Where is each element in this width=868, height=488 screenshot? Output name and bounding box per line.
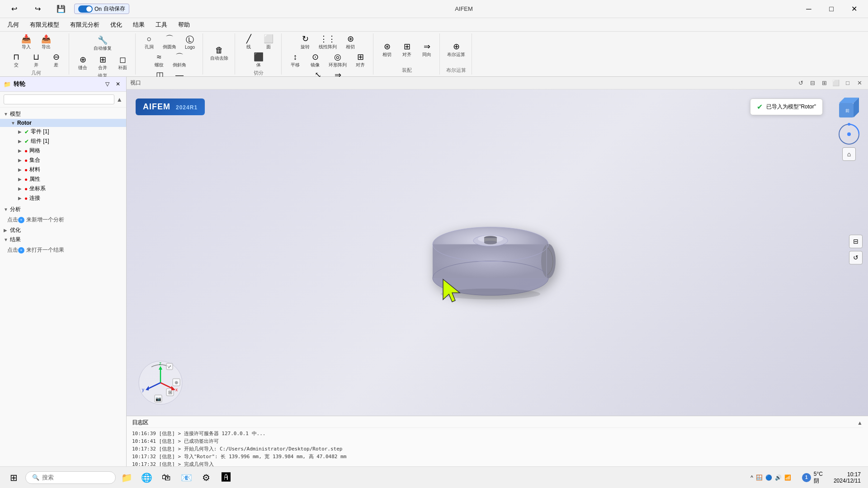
search-input[interactable]: [4, 94, 114, 104]
menu-help[interactable]: 帮助: [173, 19, 195, 31]
tree-rotor-node[interactable]: ▼ Rotor: [0, 119, 126, 127]
windows-taskbar: ⊞ 🔍 搜索 📁 🌐 🛍 📧 ⚙ 🅰 ^ 🪟 🔵 🔊 📶 1 5°C 阴 10:…: [0, 466, 868, 488]
open-result-action[interactable]: 点击 + 来打开一个结果: [0, 244, 126, 256]
merge-button[interactable]: ⊞ 合并: [94, 54, 112, 72]
viewport-window-btn[interactable]: □: [843, 78, 853, 88]
tree-coords-node[interactable]: ▶ ● 坐标系: [0, 184, 126, 193]
menu-fem-analysis[interactable]: 有限元分析: [65, 19, 105, 31]
search-icon[interactable]: ▲: [116, 96, 123, 103]
stitch-button[interactable]: ⊕ 缝合: [74, 54, 92, 72]
taskbar-search[interactable]: 🔍 搜索: [25, 471, 116, 484]
fill-button[interactable]: ◻ 补面: [113, 54, 132, 72]
linear-array-button[interactable]: ⋮⋮ 线性阵列: [316, 33, 340, 52]
taskbar-files-btn[interactable]: 📁: [118, 469, 136, 487]
export-button[interactable]: 📤 导出: [37, 33, 55, 52]
fillet-button[interactable]: ⌒ 倒圆角: [160, 33, 179, 52]
tree-materials-node[interactable]: ▶ ● 材料: [0, 165, 126, 174]
chamfer-button[interactable]: ⌒ 倒斜角: [170, 52, 189, 70]
start-button[interactable]: ⊞: [4, 468, 24, 488]
menu-fem-model[interactable]: 有限元模型: [24, 19, 65, 31]
mirror-button[interactable]: ⊙ 镜像: [306, 52, 324, 70]
tangent-button[interactable]: ⊛ 相切: [341, 33, 359, 52]
tree-model-node[interactable]: ▼ 模型: [0, 109, 126, 119]
rotate-button[interactable]: ↻ 旋转: [296, 33, 314, 52]
sys-tray[interactable]: ^ 🪟 🔵 🔊 📶: [747, 473, 795, 483]
home-view-btn[interactable]: ⌂: [842, 147, 856, 161]
tree-connections-node[interactable]: ▶ ● 连接: [0, 193, 126, 203]
assem-align-icon: ⊞: [404, 42, 410, 51]
assem-same-button[interactable]: ⇒ 同向: [418, 41, 436, 59]
redo-button[interactable]: ↪: [27, 2, 48, 16]
viewport-label: 视口: [130, 79, 141, 87]
menu-geometry[interactable]: 几何: [2, 19, 24, 31]
tree-optimization-node[interactable]: ▶ 优化: [0, 225, 126, 235]
hole-button[interactable]: ○ 孔洞: [140, 33, 158, 52]
taskbar-app-btn[interactable]: 🅰: [217, 469, 235, 487]
auto-remove-button[interactable]: 🗑 自动去除: [208, 43, 231, 64]
body-split-button[interactable]: ⬛ 体: [250, 52, 268, 70]
tree-parts-node[interactable]: ▶ ✔ 零件 [1]: [0, 127, 126, 136]
tree-groups-node[interactable]: ▶ ✔ 组件 [1]: [0, 136, 126, 146]
taskbar-store-btn[interactable]: 🛍: [157, 469, 175, 487]
viewport-canvas[interactable]: AIFEM 2024R1 ✔ 已导入为模型"Rotor": [127, 89, 868, 416]
import-button[interactable]: 📥 导入: [17, 33, 35, 52]
rotor-arrow-icon: ▼: [11, 121, 17, 126]
maximize-button[interactable]: □: [821, 2, 842, 16]
view-cube-svg[interactable]: 前: [835, 94, 863, 121]
view-btn-1[interactable]: ⊟: [849, 235, 863, 248]
close-button[interactable]: ✕: [844, 2, 864, 16]
tree-results-node[interactable]: ▼ 结果: [0, 235, 126, 244]
diff-button[interactable]: ⊖ 差: [47, 52, 65, 70]
mesh-arrow-icon: ▶: [18, 148, 24, 153]
assem-tangent-button[interactable]: ⊛ 相切: [378, 41, 396, 59]
add-analysis-action[interactable]: 点击 + 来新增一个分析: [0, 214, 126, 225]
menu-optimize[interactable]: 优化: [105, 19, 127, 31]
face-split-button[interactable]: ⬜ 面: [259, 33, 278, 52]
log-expand-btn[interactable]: ▲: [857, 420, 863, 426]
assem-align-button[interactable]: ⊞ 对齐: [398, 41, 416, 59]
autosave-toggle[interactable]: On 自动保存: [74, 4, 129, 14]
save-button[interactable]: 💾: [51, 2, 71, 16]
undo-button[interactable]: ↩: [4, 2, 24, 16]
line-split-button[interactable]: ╱ 线: [240, 33, 258, 52]
menu-tools[interactable]: 工具: [150, 19, 173, 31]
viewport-expand-btn[interactable]: ⬜: [831, 78, 841, 88]
log-line-2: 10:17:32 [信息] > 开始几何导入: C:/Users/Adminis…: [132, 445, 863, 453]
taskbar-settings-btn[interactable]: ⚙: [197, 469, 215, 487]
tree-analysis-node[interactable]: ▼ 分析: [0, 205, 126, 214]
boolean-op-label: 布尔运算: [447, 52, 465, 58]
logo-button[interactable]: Ⓛ Logo: [181, 34, 199, 51]
model-arrow-icon: ▼: [4, 112, 10, 117]
folder-icon: 📁: [4, 81, 11, 88]
tree-properties-node[interactable]: ▶ ● 属性: [0, 174, 126, 184]
view-btn-2[interactable]: ↺: [849, 251, 863, 264]
export-icon: 📤: [41, 35, 51, 43]
boolean-op-button[interactable]: ⊕ 布尔运算: [444, 40, 468, 61]
move-button[interactable]: ↕ 平移: [286, 52, 304, 70]
viewport-split-h-btn[interactable]: ⊟: [807, 78, 817, 88]
sidebar-close-btn[interactable]: ✕: [113, 80, 123, 89]
assem-same-label: 同向: [422, 52, 431, 58]
circular-array-button[interactable]: ◎ 环形阵列: [326, 52, 349, 70]
auto-repair-button[interactable]: 🔧 自动修复: [91, 33, 114, 54]
tree-mesh-node[interactable]: ▶ ● 网格: [0, 146, 126, 155]
thread-button[interactable]: ≈ 螺纹: [150, 52, 168, 70]
minimize-button[interactable]: ─: [798, 2, 819, 16]
sidebar-expand-btn[interactable]: ▽: [103, 80, 112, 89]
orientation-circle[interactable]: [838, 123, 860, 145]
intersect-button[interactable]: ⊓ 交: [7, 52, 25, 70]
log-area: 日志区 ▲ 10:16:39 [信息] > 连接许可服务器 127.0.0.1 …: [127, 416, 868, 474]
viewport-split-v-btn[interactable]: ⊞: [819, 78, 829, 88]
viewport-refresh-btn[interactable]: ↺: [796, 78, 806, 88]
open-result-icon: +: [18, 247, 24, 253]
svg-point-5: [541, 244, 556, 278]
union-button[interactable]: ⊔ 并: [27, 52, 45, 70]
menu-results[interactable]: 结果: [127, 19, 150, 31]
clock-widget[interactable]: 10:17 2024/12/11: [830, 469, 864, 486]
taskbar-edge-btn[interactable]: 🌐: [137, 469, 156, 487]
viewport-close-btn[interactable]: ✕: [854, 78, 864, 88]
align-button[interactable]: ⊞ 对齐: [351, 52, 369, 70]
taskbar-mail-btn[interactable]: 📧: [177, 469, 195, 487]
tree-sets-node[interactable]: ▶ ● 集合: [0, 155, 126, 165]
weather-widget[interactable]: 1 5°C 阴: [798, 469, 826, 486]
